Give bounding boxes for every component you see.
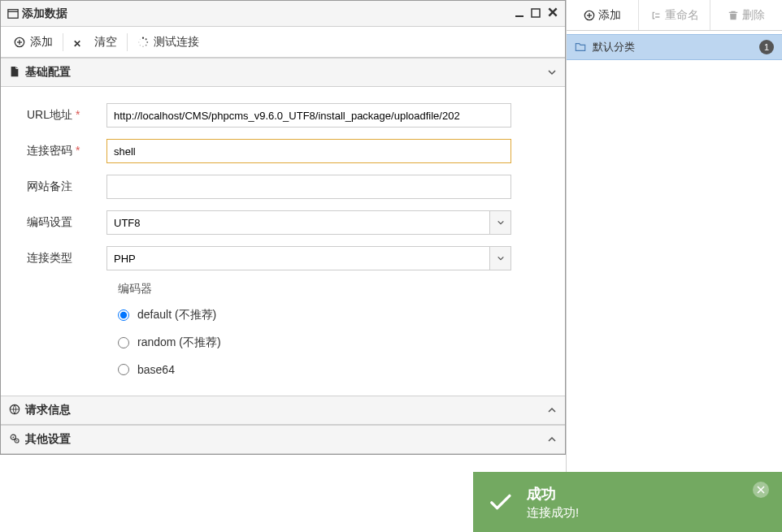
gears-icon (9, 433, 20, 447)
encode-select[interactable] (106, 210, 511, 235)
url-label: URL地址* (9, 108, 106, 123)
sidebar-rename-button[interactable]: 重命名 (639, 0, 711, 30)
clear-icon (73, 37, 85, 48)
svg-point-11 (146, 41, 148, 43)
svg-point-16 (140, 38, 141, 39)
svg-point-14 (140, 44, 141, 45)
remark-input[interactable] (106, 175, 511, 199)
loading-icon (137, 37, 149, 48)
encoder-radio-default[interactable] (118, 309, 129, 321)
svg-point-13 (142, 45, 144, 47)
sidebar-add-button[interactable]: 添加 (567, 0, 639, 30)
encoder-option-default[interactable]: default (不推荐) (118, 308, 557, 322)
encoder-option-base64[interactable]: base64 (118, 363, 557, 376)
encode-label: 编码设置 (9, 215, 106, 230)
panel-basic-config-title: 基础配置 (25, 65, 71, 80)
svg-rect-0 (8, 9, 18, 18)
maximize-button[interactable] (531, 7, 541, 20)
test-connection-label: 测试连接 (154, 35, 199, 50)
encoder-radio-label: default (不推荐) (137, 308, 216, 322)
toast-message: 连接成功! (527, 505, 753, 521)
svg-point-19 (12, 436, 14, 438)
encoder-radio-label: random (不推荐) (137, 335, 221, 350)
sidebar-toolbar: 添加 重命名 删除 (567, 0, 782, 31)
add-button[interactable]: 添加 (6, 30, 61, 54)
remark-label: 网站备注 (9, 179, 106, 194)
svg-point-9 (142, 37, 144, 38)
panel-other-settings-header[interactable]: 其他设置 (1, 425, 565, 454)
panel-request-info-title: 请求信息 (25, 403, 71, 417)
toast-title: 成功 (527, 484, 753, 504)
conn-type-label: 连接类型 (9, 251, 106, 266)
dialog-toolbar: 添加 清空 测试连接 (1, 27, 565, 58)
sidebar-add-label: 添加 (598, 8, 621, 23)
chevron-up-icon (547, 435, 557, 444)
category-sidebar: 添加 重命名 删除 默认分类 1 (566, 0, 782, 532)
chevron-up-icon (547, 405, 557, 415)
sidebar-delete-button[interactable]: 删除 (710, 0, 782, 30)
panel-basic-config-body: URL地址* 连接密码* 网站备注 编码设置 (1, 87, 565, 396)
conn-type-select[interactable] (106, 246, 511, 270)
document-icon (9, 66, 20, 80)
toast-close-button[interactable] (753, 482, 769, 498)
svg-point-21 (16, 439, 17, 440)
encoder-radio-random[interactable] (118, 337, 129, 348)
svg-rect-3 (532, 9, 540, 17)
category-tree: 默认分类 1 (567, 31, 782, 532)
dialog-title: 添加数据 (22, 6, 67, 21)
password-label: 连接密码* (9, 144, 106, 158)
svg-point-15 (138, 41, 139, 42)
svg-point-10 (146, 38, 147, 40)
url-input[interactable] (106, 103, 511, 128)
test-connection-button[interactable]: 测试连接 (129, 30, 207, 54)
tree-item-default-category[interactable]: 默认分类 1 (567, 34, 782, 60)
tree-item-label: 默认分类 (593, 40, 635, 54)
minimize-button[interactable] (515, 7, 524, 20)
add-data-dialog: 添加数据 添加 (0, 0, 566, 455)
clear-button[interactable]: 清空 (65, 30, 125, 54)
checkmark-icon (486, 488, 514, 516)
add-button-label: 添加 (30, 35, 53, 50)
clear-button-label: 清空 (94, 35, 117, 50)
window-icon (7, 8, 19, 19)
success-toast: 成功 连接成功! (473, 472, 782, 532)
tree-item-count-badge: 1 (759, 40, 774, 54)
panel-other-settings-title: 其他设置 (25, 432, 71, 447)
toolbar-separator (63, 33, 63, 51)
svg-point-12 (146, 44, 147, 45)
browser-icon (9, 404, 20, 417)
toolbar-separator (127, 33, 128, 51)
folder-icon (575, 41, 586, 53)
sidebar-delete-label: 删除 (742, 8, 765, 23)
dialog-titlebar: 添加数据 (1, 1, 565, 27)
encoder-radio-base64[interactable] (118, 364, 129, 375)
panel-request-info-header[interactable]: 请求信息 (1, 396, 565, 425)
encoder-option-random[interactable]: random (不推荐) (118, 335, 557, 350)
password-input[interactable] (106, 139, 511, 163)
encoder-section-label: 编码器 (118, 282, 557, 296)
panel-basic-config-header[interactable]: 基础配置 (1, 58, 565, 87)
sidebar-rename-label: 重命名 (665, 8, 699, 23)
encoder-radio-label: base64 (137, 363, 175, 376)
close-button[interactable] (547, 6, 558, 20)
chevron-down-icon (547, 67, 557, 77)
